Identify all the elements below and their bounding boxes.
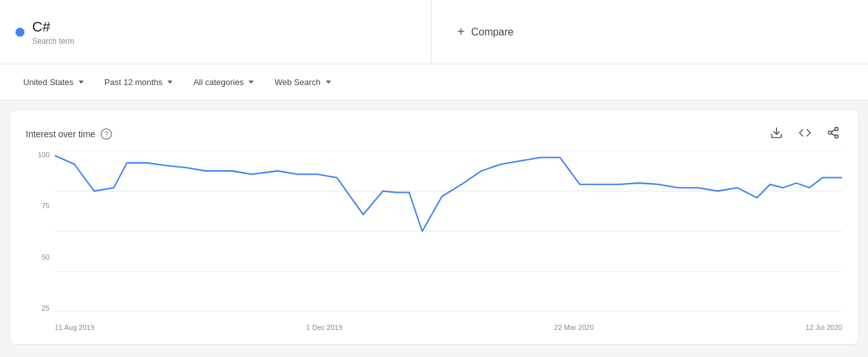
filter-location[interactable]: United States — [15, 73, 91, 91]
chart-title: Interest over time — [26, 129, 95, 139]
x-label-mar: 22 Mar 2020 — [554, 323, 594, 331]
filter-time-label: Past 12 months — [104, 77, 162, 87]
x-label-aug: 11 Aug 2019 — [55, 323, 95, 331]
filter-categories[interactable]: All categories — [185, 73, 261, 91]
x-label-dec: 1 Dec 2019 — [307, 323, 343, 331]
filter-search-type[interactable]: Web Search — [267, 73, 338, 91]
x-label-jul: 12 Jul 2020 — [806, 323, 842, 331]
share-button[interactable] — [824, 124, 842, 144]
help-icon[interactable]: ? — [100, 128, 112, 140]
chart-area — [55, 151, 842, 312]
y-label-100: 100 — [38, 151, 50, 159]
top-bar: C# Search term + Compare — [0, 0, 868, 64]
svg-line-4 — [831, 133, 835, 135]
line-chart-svg — [55, 151, 842, 312]
compare-plus-icon: + — [457, 24, 465, 39]
y-label-50: 50 — [42, 253, 50, 261]
filter-time-range[interactable]: Past 12 months — [97, 73, 180, 91]
search-term-area: C# Search term — [0, 0, 431, 64]
chart-header: Interest over time ? — [26, 124, 842, 144]
chevron-down-icon — [167, 81, 173, 84]
term-label: Search term — [32, 37, 74, 46]
chart-section: Interest over time ? — [10, 111, 858, 344]
filter-location-label: United States — [23, 77, 73, 87]
filters-bar: United States Past 12 months All categor… — [0, 64, 868, 101]
x-axis: 11 Aug 2019 1 Dec 2019 22 Mar 2020 12 Ju… — [55, 312, 842, 331]
term-info: C# Search term — [32, 19, 74, 46]
download-button[interactable] — [768, 124, 786, 144]
embed-button[interactable] — [796, 124, 814, 144]
term-color-dot — [15, 28, 24, 37]
svg-line-5 — [831, 130, 835, 131]
chevron-down-icon — [79, 81, 84, 84]
compare-area[interactable]: + Compare — [431, 0, 540, 64]
trend-polyline — [55, 155, 842, 231]
y-label-25: 25 — [42, 304, 50, 312]
chevron-down-icon — [326, 81, 331, 84]
chart-title-area: Interest over time ? — [26, 128, 112, 140]
chart-actions — [768, 124, 842, 144]
filter-categories-label: All categories — [193, 77, 243, 87]
chart-container: 100 75 50 25 11 Aug 2019 1 Dec 2019 — [26, 151, 842, 331]
filter-search-type-label: Web Search — [274, 77, 320, 87]
compare-label: Compare — [471, 26, 514, 38]
y-label-75: 75 — [42, 202, 50, 209]
term-name: C# — [32, 19, 74, 35]
chevron-down-icon — [249, 81, 254, 84]
y-axis: 100 75 50 25 — [26, 151, 55, 312]
